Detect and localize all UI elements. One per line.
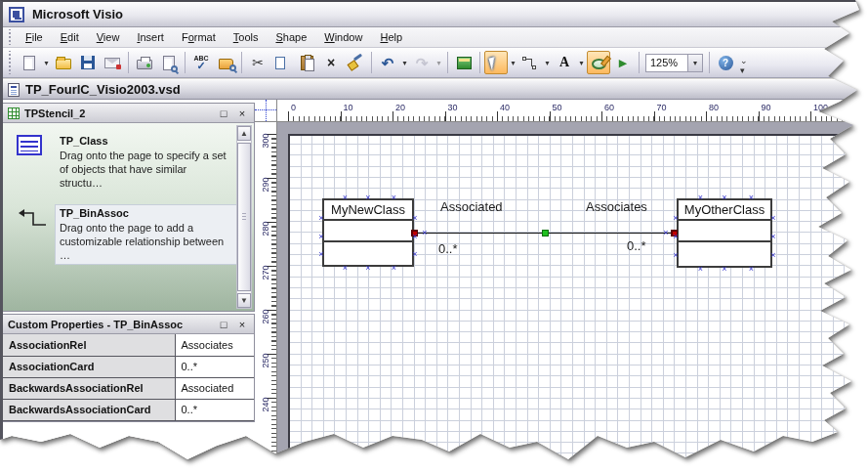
open-button[interactable] <box>52 51 75 74</box>
menu-help[interactable]: Help <box>371 28 411 46</box>
text-tool-button[interactable]: A <box>553 51 576 74</box>
ruler-number: 290 <box>261 175 270 194</box>
clipboard-icon <box>301 56 313 70</box>
menu-file[interactable]: File <box>17 28 52 46</box>
stencil-scrollbar[interactable]: ▲ ▼ <box>236 125 252 309</box>
backward-cardinality-label[interactable]: 0..* <box>438 241 458 256</box>
email-button[interactable] <box>101 51 124 74</box>
document-icon <box>8 83 20 97</box>
cut-button[interactable]: ✂ <box>246 51 269 74</box>
drawing-explorer-button[interactable] <box>452 51 475 74</box>
print-button[interactable] <box>133 51 156 74</box>
redo-button[interactable]: ↷ <box>410 51 434 74</box>
save-button[interactable] <box>76 51 100 74</box>
ruler-number: 250 <box>261 351 270 370</box>
property-name: BackwardsAssociationCard <box>3 399 175 420</box>
new-button[interactable] <box>18 51 41 74</box>
scroll-thumb[interactable] <box>237 143 251 291</box>
ellipse-tool-button[interactable] <box>587 51 610 74</box>
title-bar[interactable]: Microsoft Visio <box>3 2 868 27</box>
custom-properties-header[interactable]: Custom Properties - TP_BinAssoc □ × <box>3 315 254 334</box>
connector-dropdown-arrow[interactable]: ▾ <box>543 51 552 74</box>
custom-properties-window: Custom Properties - TP_BinAssoc □ × Asso… <box>3 314 255 422</box>
undo-button[interactable]: ↶ <box>376 51 399 74</box>
forward-cardinality-label[interactable]: 0..* <box>627 238 646 253</box>
scroll-down-button[interactable]: ▼ <box>237 293 251 308</box>
class-shape-mynewclass[interactable]: MyNewClass <box>322 198 414 267</box>
forward-association-label[interactable]: Associates <box>586 199 647 214</box>
print-preview-button[interactable] <box>157 51 181 74</box>
custom-properties-table: AssociationRelAssociatesAssociationCard0… <box>3 334 254 421</box>
connection-point-icon: × <box>390 264 397 272</box>
copy-button[interactable] <box>270 51 294 74</box>
text-dropdown-arrow[interactable]: ▾ <box>577 51 586 74</box>
connection-point-icon: × <box>697 265 705 273</box>
stencil-item-name: TP_BinAssoc <box>60 207 232 219</box>
custom-properties-maximize-button[interactable]: □ <box>217 318 230 331</box>
research-button[interactable] <box>214 51 237 74</box>
stencil-maximize-button[interactable]: □ <box>217 107 230 120</box>
stencil-body: TP_ClassDrag onto the page to specify a … <box>3 123 254 311</box>
class-compartment <box>679 221 770 242</box>
menu-shape[interactable]: Shape <box>267 28 315 46</box>
stencil-item-tp_binassoc[interactable]: TP_BinAssocDrag onto the page to add a c… <box>3 195 254 268</box>
help-button[interactable]: ? <box>714 51 737 74</box>
toolbar-grip-handle[interactable] <box>7 51 13 74</box>
toolbar-options-chevron[interactable]: ⌄▾ <box>740 56 747 75</box>
menu-format[interactable]: Format <box>173 28 225 46</box>
stencil-header[interactable]: TPStencil_2 □ × <box>3 104 254 123</box>
pointer-tool-button[interactable] <box>484 51 508 74</box>
spelling-button[interactable]: ABC✓ <box>189 51 213 74</box>
ruler-number: 100 <box>813 103 828 112</box>
property-name: BackwardsAssociationRel <box>3 377 175 399</box>
property-value[interactable]: 0..* <box>175 356 254 377</box>
drawing-page[interactable] <box>288 134 868 473</box>
ruler-major-tick <box>601 111 602 121</box>
pointer-dropdown-arrow[interactable]: ▾ <box>509 51 517 74</box>
class-shape-myotherclass[interactable]: MyOtherClass <box>677 198 772 268</box>
stencil-item-tp_class[interactable]: TP_ClassDrag onto the page to specify a … <box>3 123 254 195</box>
format-painter-button[interactable] <box>344 51 367 74</box>
connector-midpoint-handle[interactable] <box>542 230 549 236</box>
horizontal-ruler: 0102030405060708090100110 <box>277 100 868 122</box>
property-value[interactable]: Associated <box>175 377 254 399</box>
stencil-item-text: TP_BinAssocDrag onto the page to add a c… <box>56 205 236 264</box>
workspace: TPStencil_2 □ × TP_ClassDrag onto the pa… <box>3 100 868 473</box>
document-title-bar[interactable]: TP_FourIC_Visio2003.vsd <box>3 79 868 100</box>
connector-tool-button[interactable] <box>518 51 542 74</box>
stencil-item-description: Drag onto the page to specify a set of o… <box>60 149 232 190</box>
ruler-major-tick <box>445 111 446 121</box>
undo-dropdown-arrow[interactable]: ▾ <box>400 51 409 74</box>
custom-properties-close-button[interactable]: × <box>235 318 249 331</box>
ruler-number: 50 <box>553 103 562 112</box>
connection-point-icon: × <box>747 265 755 273</box>
toolbar-separator <box>479 52 480 73</box>
menu-view[interactable]: View <box>88 28 129 46</box>
new-dropdown-arrow[interactable]: ▾ <box>42 51 51 74</box>
zoom-combobox[interactable]: 125% ▾ <box>645 54 703 72</box>
paintbrush-icon <box>349 56 362 69</box>
delete-button[interactable]: × <box>319 51 343 74</box>
zoom-dropdown-arrow[interactable]: ▾ <box>688 54 703 72</box>
run-button[interactable]: ▶ <box>611 51 635 74</box>
menu-items: FileEditViewInsertFormatToolsShapeWindow… <box>17 28 411 46</box>
paste-button[interactable] <box>295 51 318 74</box>
connection-point-icon: × <box>721 265 728 273</box>
ruler-number: 60 <box>604 103 614 112</box>
menu-insert[interactable]: Insert <box>128 28 173 46</box>
menu-edit[interactable]: Edit <box>52 28 88 46</box>
property-value[interactable]: Associates <box>175 334 254 356</box>
menu-window[interactable]: Window <box>315 28 371 46</box>
scroll-up-button[interactable]: ▲ <box>237 126 251 141</box>
zoom-value[interactable]: 125% <box>645 54 688 72</box>
property-value[interactable]: 0..* <box>175 399 254 420</box>
redo-dropdown-arrow[interactable]: ▾ <box>434 51 443 74</box>
toolbar-separator <box>371 52 372 73</box>
ruler-major-tick <box>497 111 498 121</box>
menu-tools[interactable]: Tools <box>225 28 268 46</box>
stencil-close-button[interactable]: × <box>235 107 249 120</box>
visio-app-icon <box>9 7 24 22</box>
menubar-grip-handle[interactable] <box>7 29 13 45</box>
drawing-area[interactable]: MyNewClass MyOtherClass Associated Assoc… <box>277 122 868 473</box>
backward-association-label[interactable]: Associated <box>440 199 503 214</box>
